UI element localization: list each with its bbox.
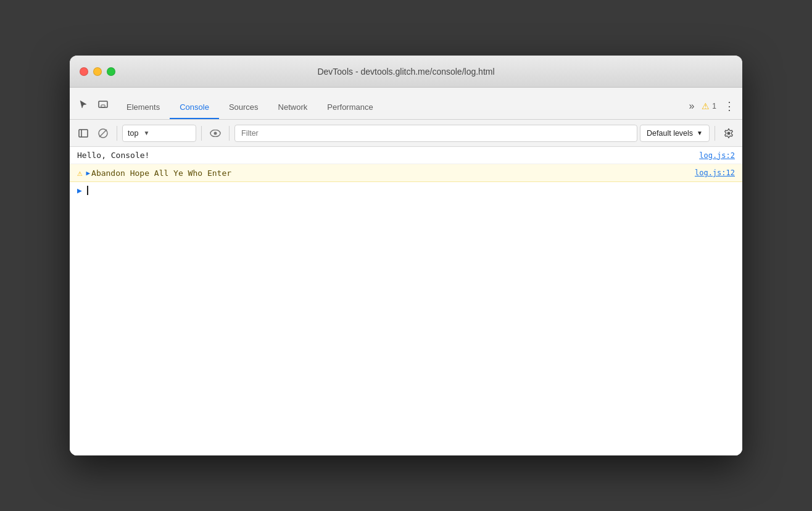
titlebar: DevTools - devtools.glitch.me/console/lo… (70, 56, 742, 88)
log-line-2: ⚠ ▶ Abandon Hope All Ye Who Enter log.js… (70, 164, 742, 182)
log-text-1: Hello, Console! (77, 151, 699, 160)
svg-rect-0 (99, 101, 107, 107)
log-link-2[interactable]: log.js:12 (695, 168, 735, 177)
maximize-button[interactable] (107, 67, 115, 76)
sidebar-toggle-button[interactable] (75, 125, 92, 142)
filter-input[interactable] (234, 125, 637, 142)
log-link-1[interactable]: log.js:2 (699, 151, 735, 160)
eye-button[interactable] (207, 125, 224, 142)
separator-3 (229, 126, 230, 141)
context-selector[interactable]: top ▼ (122, 125, 196, 142)
tabs-right: » ⚠ 1 ⋮ (686, 99, 737, 119)
log-line-1: Hello, Console! log.js:2 (70, 147, 742, 164)
svg-point-8 (727, 131, 731, 135)
separator-1 (117, 126, 117, 141)
svg-point-7 (214, 131, 217, 135)
more-tabs-button[interactable]: » (686, 99, 697, 113)
tabs-bar: Elements Console Sources Network Perform… (70, 88, 742, 120)
context-arrow: ▼ (143, 130, 149, 136)
window-title: DevTools - devtools.glitch.me/console/lo… (317, 67, 494, 77)
expand-arrow[interactable]: ▶ (86, 169, 90, 177)
console-toolbar: top ▼ Default levels ▼ (70, 120, 742, 147)
separator-4 (715, 126, 715, 141)
minimize-button[interactable] (93, 67, 102, 76)
settings-button[interactable] (720, 125, 737, 142)
console-output: Hello, Console! log.js:2 ⚠ ▶ Abandon Hop… (70, 147, 742, 455)
menu-button[interactable]: ⋮ (721, 99, 737, 113)
tab-performance[interactable]: Performance (317, 98, 383, 119)
devtools-panel: Elements Console Sources Network Perform… (70, 88, 742, 455)
prompt-arrow-icon: ▶ (77, 186, 82, 195)
levels-dropdown[interactable]: Default levels ▼ (640, 125, 710, 142)
devtools-window: DevTools - devtools.glitch.me/console/lo… (70, 56, 742, 455)
warning-triangle-icon: ⚠ (77, 168, 82, 178)
tab-icons (75, 96, 112, 119)
svg-rect-2 (79, 130, 88, 137)
warning-badge[interactable]: ⚠ 1 (702, 101, 716, 111)
tab-sources[interactable]: Sources (219, 98, 268, 119)
cursor-icon-button[interactable] (75, 96, 92, 113)
svg-line-5 (99, 130, 107, 137)
console-input-line[interactable]: ▶ (70, 182, 742, 199)
log-text-2: Abandon Hope All Ye Who Enter (91, 168, 695, 178)
levels-arrow: ▼ (697, 130, 703, 136)
clear-console-button[interactable] (94, 125, 112, 142)
tab-console[interactable]: Console (170, 98, 219, 119)
close-button[interactable] (80, 67, 88, 76)
tab-elements[interactable]: Elements (117, 98, 170, 119)
console-cursor (87, 186, 88, 195)
responsive-icon-button[interactable] (94, 96, 112, 113)
traffic-lights (80, 67, 115, 76)
warning-icon: ⚠ (702, 101, 710, 111)
separator-2 (201, 126, 202, 141)
tab-network[interactable]: Network (268, 98, 318, 119)
